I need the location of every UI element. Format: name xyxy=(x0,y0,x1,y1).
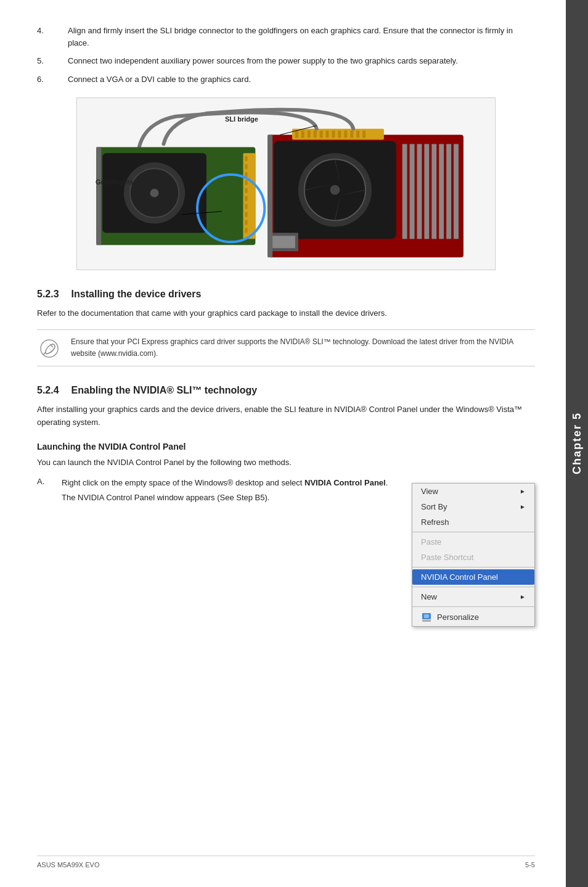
step-a-desc-part2: . xyxy=(386,478,388,487)
svg-rect-42 xyxy=(245,204,247,209)
svg-rect-40 xyxy=(245,188,247,193)
menu-item-refresh[interactable]: Refresh xyxy=(412,514,534,530)
svg-rect-28 xyxy=(271,236,295,248)
step-a-desc: Right click on the empty space of the Wi… xyxy=(62,477,388,627)
personalize-icon xyxy=(421,612,432,623)
sli-bridge-label: SLI bridge xyxy=(225,115,258,123)
menu-item-paste: Paste xyxy=(412,534,534,550)
list-text: Connect a VGA or a DVI cable to the grap… xyxy=(68,73,535,86)
svg-rect-25 xyxy=(356,131,359,138)
svg-rect-16 xyxy=(301,131,304,138)
menu-item-refresh-label: Refresh xyxy=(421,518,449,527)
svg-rect-17 xyxy=(308,131,311,138)
svg-rect-54 xyxy=(424,614,429,618)
svg-rect-39 xyxy=(245,180,247,185)
svg-rect-19 xyxy=(320,131,323,138)
svg-rect-47 xyxy=(96,147,101,245)
svg-rect-7 xyxy=(410,144,415,239)
svg-rect-38 xyxy=(245,172,247,177)
svg-rect-8 xyxy=(417,144,422,239)
menu-item-nvidia-cp[interactable]: NVIDIA Control Panel xyxy=(412,569,534,585)
note-box: Ensure that your PCI Express graphics ca… xyxy=(37,329,535,366)
list-item: 6. Connect a VGA or a DVI cable to the g… xyxy=(37,73,535,86)
svg-rect-41 xyxy=(245,196,247,201)
numbered-list: 4. Align and firmly insert the SLI bridg… xyxy=(37,25,535,85)
svg-rect-22 xyxy=(338,131,341,138)
section-524-number: 5.2.4 xyxy=(37,385,59,396)
menu-item-new[interactable]: New ► xyxy=(412,589,534,604)
goldfingers-label: Goldfingers xyxy=(96,178,134,186)
step-a-letter: A. xyxy=(37,477,55,627)
menu-item-view-label: View xyxy=(421,487,438,496)
svg-rect-53 xyxy=(422,620,431,622)
svg-rect-23 xyxy=(344,131,347,138)
svg-rect-36 xyxy=(245,156,247,161)
menu-item-sortby-label: Sort By xyxy=(421,502,447,511)
menu-item-nvidia-cp-label: NVIDIA Control Panel xyxy=(421,572,498,582)
svg-rect-13 xyxy=(454,144,459,239)
list-text: Connect two independent auxiliary power … xyxy=(68,55,535,67)
svg-rect-21 xyxy=(332,131,335,138)
menu-divider-4 xyxy=(412,606,534,607)
section-523-number: 5.2.3 xyxy=(37,289,59,300)
svg-rect-43 xyxy=(245,212,247,217)
step-a-subnote: The NVIDIA Control Panel window appears … xyxy=(62,492,388,505)
svg-rect-11 xyxy=(439,144,444,239)
chapter-tab-label: Chapter 5 xyxy=(571,412,584,474)
svg-rect-6 xyxy=(402,144,407,239)
menu-divider-2 xyxy=(412,567,534,567)
page-footer: ASUS M5A99X EVO 5-5 xyxy=(37,856,535,868)
menu-item-paste-shortcut-label: Paste Shortcut xyxy=(421,553,473,562)
list-item: 4. Align and firmly insert the SLI bridg… xyxy=(37,25,535,49)
section-524-title: Enabling the NVIDIA® SLI™ technology xyxy=(71,385,258,396)
section-523-title: Installing the device drivers xyxy=(71,289,202,300)
footer-right: 5-5 xyxy=(525,861,535,868)
step-a-desc-bold: NVIDIA Control Panel xyxy=(304,478,386,487)
svg-rect-10 xyxy=(431,144,436,239)
section-523-header: 5.2.3 Installing the device drivers xyxy=(37,289,535,300)
step-a-text: A. Right click on the empty space of the… xyxy=(37,477,393,627)
list-text: Align and firmly insert the SLI bridge c… xyxy=(68,25,535,49)
step-a-container: A. Right click on the empty space of the… xyxy=(37,477,535,627)
svg-rect-24 xyxy=(350,131,353,138)
chapter-tab: Chapter 5 xyxy=(566,0,588,887)
list-item: 5. Connect two independent auxiliary pow… xyxy=(37,55,535,67)
svg-rect-15 xyxy=(295,131,298,138)
menu-item-view[interactable]: View ► xyxy=(412,484,534,499)
svg-rect-26 xyxy=(362,131,365,138)
menu-divider-1 xyxy=(412,532,534,532)
menu-item-personalize-label: Personalize xyxy=(437,613,479,622)
menu-item-sortby[interactable]: Sort By ► xyxy=(412,499,534,514)
svg-point-34 xyxy=(150,189,159,197)
sli-image: SLI bridge Goldfingers xyxy=(76,97,496,270)
menu-item-paste-label: Paste xyxy=(421,537,441,547)
svg-rect-18 xyxy=(314,131,317,138)
menu-arrow-new: ► xyxy=(520,593,526,600)
section-524-header: 5.2.4 Enabling the NVIDIA® SLI™ technolo… xyxy=(37,385,535,396)
list-number: 5. xyxy=(37,55,68,67)
list-number: 4. xyxy=(37,25,68,49)
note-icon xyxy=(37,336,62,360)
svg-rect-20 xyxy=(326,131,329,138)
section-524-body: After installing your graphics cards and… xyxy=(37,403,535,429)
svg-rect-12 xyxy=(446,144,451,239)
step-a-desc-part1: Right click on the empty space of the Wi… xyxy=(62,478,304,487)
note-text: Ensure that your PCI Express graphics ca… xyxy=(71,336,535,360)
footer-left: ASUS M5A99X EVO xyxy=(37,861,100,868)
menu-arrow-view: ► xyxy=(520,488,526,495)
svg-rect-29 xyxy=(267,135,272,258)
launching-body: You can launch the NVIDIA Control Panel … xyxy=(37,456,535,469)
list-number: 6. xyxy=(37,73,68,86)
context-menu: View ► Sort By ► Refresh Paste xyxy=(412,483,535,627)
svg-rect-45 xyxy=(245,228,247,233)
menu-divider-3 xyxy=(412,587,534,587)
launching-header: Launching the NVIDIA Control Panel xyxy=(37,442,535,452)
menu-arrow-sortby: ► xyxy=(520,503,526,510)
section-523-body: Refer to the documentation that came wit… xyxy=(37,307,535,320)
svg-line-51 xyxy=(47,347,52,351)
menu-item-new-label: New xyxy=(421,592,437,601)
svg-rect-37 xyxy=(245,164,247,169)
menu-item-personalize[interactable]: Personalize xyxy=(412,609,534,626)
svg-rect-44 xyxy=(245,220,247,225)
svg-rect-9 xyxy=(424,144,429,239)
